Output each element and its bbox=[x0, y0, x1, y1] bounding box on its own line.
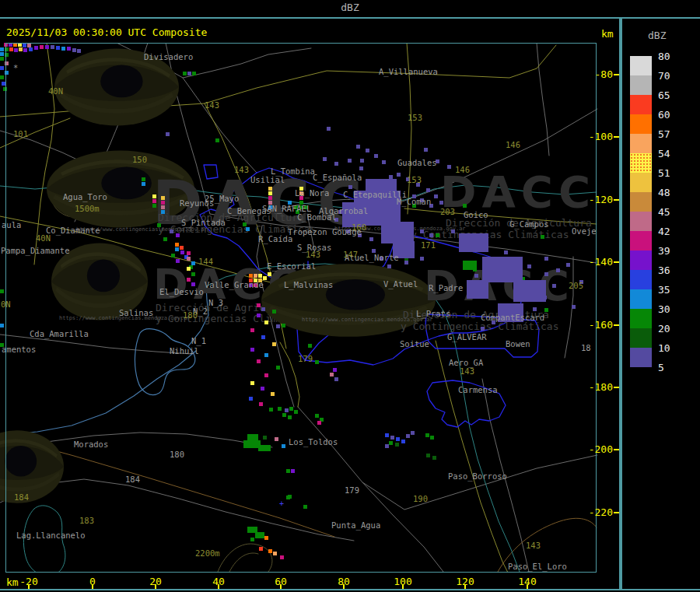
y-tick-label: -220 bbox=[582, 506, 613, 518]
legend-swatch bbox=[630, 192, 652, 212]
legend-value: 65 bbox=[658, 89, 670, 101]
map-frame bbox=[5, 43, 597, 573]
legend-value: 20 bbox=[658, 323, 670, 335]
legend-swatch bbox=[630, 309, 652, 328]
y-tick-label: -140 bbox=[582, 256, 613, 268]
legend-value: 30 bbox=[658, 303, 670, 315]
legend-swatch bbox=[630, 328, 652, 348]
y-tick-label: -100 bbox=[582, 131, 613, 142]
legend-value: 80 bbox=[658, 51, 670, 62]
legend-value: 5 bbox=[658, 362, 664, 373]
y-tick-label: -160 bbox=[582, 319, 613, 331]
page-title: dBZ bbox=[0, 0, 700, 17]
legend-swatch bbox=[630, 173, 652, 192]
legend-value: 35 bbox=[658, 284, 670, 296]
legend-value: 39 bbox=[658, 245, 670, 257]
legend-swatch bbox=[630, 289, 652, 309]
legend-value: 10 bbox=[658, 342, 670, 354]
legend-swatch bbox=[630, 231, 652, 250]
legend-value: 57 bbox=[658, 128, 670, 140]
legend-value: 45 bbox=[658, 206, 670, 218]
legend-swatch bbox=[630, 212, 652, 231]
legend-swatch bbox=[630, 270, 652, 289]
legend-swatch bbox=[630, 250, 652, 270]
y-tick-label: -200 bbox=[582, 443, 613, 455]
legend-value: 51 bbox=[658, 167, 670, 179]
y-tick-label: -180 bbox=[582, 381, 613, 393]
legend-swatch bbox=[630, 114, 652, 134]
legend-swatch bbox=[630, 153, 652, 173]
title-divider bbox=[0, 17, 700, 19]
legend-title: dBZ bbox=[648, 30, 666, 41]
radar-composite-viewer: dBZ 2025/11/03 00:30:00 UTC Composite km bbox=[0, 0, 700, 592]
legend-value: 36 bbox=[658, 264, 670, 276]
legend-value: 48 bbox=[658, 187, 670, 198]
timestamp: 2025/11/03 00:30:00 UTC Composite bbox=[6, 26, 207, 38]
y-tick-label: -120 bbox=[582, 194, 613, 205]
legend-value: 54 bbox=[658, 148, 670, 159]
legend-swatch bbox=[630, 134, 652, 153]
panel-divider bbox=[619, 19, 622, 589]
x-axis-unit: km bbox=[6, 576, 19, 588]
legend-value: 60 bbox=[658, 109, 670, 121]
legend-swatch bbox=[630, 75, 652, 95]
legend-value: 42 bbox=[658, 226, 670, 237]
bottom-divider bbox=[0, 589, 700, 590]
y-axis-unit: km bbox=[601, 28, 614, 40]
legend-swatch bbox=[630, 348, 652, 367]
y-tick-label: -80 bbox=[582, 68, 613, 80]
legend-swatch bbox=[630, 56, 652, 75]
legend-swatch bbox=[630, 95, 652, 114]
legend-value: 70 bbox=[658, 70, 670, 82]
